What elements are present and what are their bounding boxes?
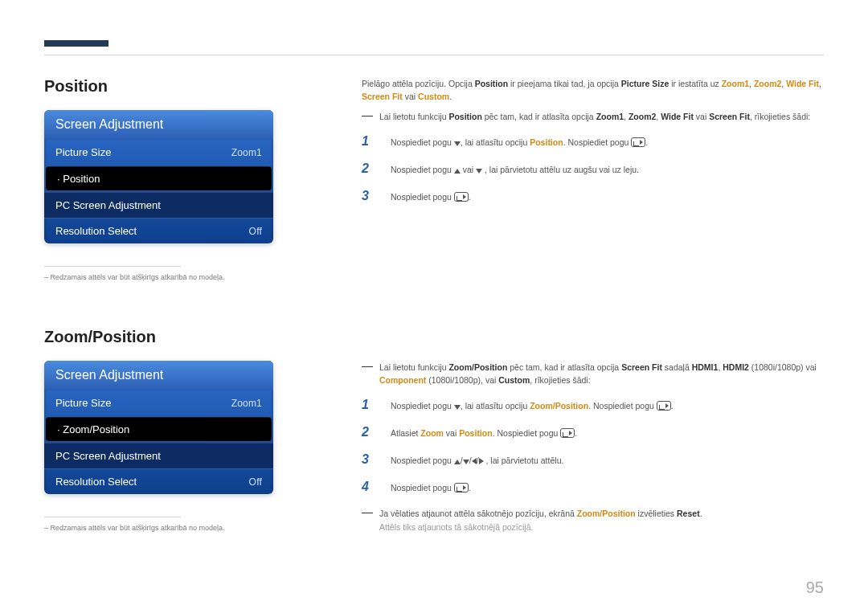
row-label: · Position <box>57 173 100 185</box>
menu-row-resolution[interactable]: Resolution Select Off <box>44 218 273 243</box>
text: sadaļā <box>662 362 692 372</box>
row-label: · Zoom/Position <box>57 423 129 435</box>
row-value: Off <box>249 476 262 488</box>
text: . <box>575 428 577 438</box>
text: Atlasiet <box>391 428 420 438</box>
enter-icon <box>454 192 469 202</box>
step-number: 1 <box>362 398 373 412</box>
row-label: Picture Size <box>55 146 111 158</box>
heading-position: Position <box>44 77 317 96</box>
step-number: 3 <box>362 189 373 203</box>
kw-position: Position <box>530 137 563 147</box>
down-icon <box>476 169 482 174</box>
row-label: Resolution Select <box>55 476 137 488</box>
text: , lai atlasītu opciju <box>461 137 530 147</box>
text: . <box>700 509 702 518</box>
kw-custom: Custom <box>418 92 449 101</box>
text: Nospiediet pogu <box>391 401 454 411</box>
reset-note: Ja vēlaties atjaunot attēla sākotnējo po… <box>362 507 824 533</box>
zoom-right-block: Lai lietotu funkciju Zoom/Position pēc t… <box>362 361 824 533</box>
step-text: Nospiediet pogu , lai atlasītu opciju Zo… <box>391 398 674 411</box>
separator <box>44 266 181 267</box>
text: (1080i/1080p), vai <box>426 375 498 385</box>
step-3: 3 Nospiediet pogu /// , lai pārvietotu a… <box>362 452 824 467</box>
menu-row-resolution[interactable]: Resolution Select Off <box>44 468 273 494</box>
header-rule <box>44 55 824 55</box>
down-icon <box>454 141 461 146</box>
enter-icon <box>631 137 645 147</box>
image-note: Redzamais attēls var būt atšķirīgs atkar… <box>44 524 317 532</box>
text: , <box>819 79 821 88</box>
kw-hdmi2: HDMI2 <box>723 362 749 372</box>
kw-position: Position <box>459 428 492 438</box>
enter-icon <box>454 483 469 492</box>
text: Nospiediet pogu <box>391 137 454 147</box>
step-number: 2 <box>362 161 373 176</box>
kw-position: Position <box>475 79 508 88</box>
separator <box>44 517 181 517</box>
step-2: 2 Atlasiet Zoom vai Position. Nospiediet… <box>362 425 824 439</box>
kw-screenfit: Screen Fit <box>362 92 403 101</box>
step-number: 2 <box>362 425 373 439</box>
menu-row-picture-size[interactable]: Picture Size Zoom1 <box>44 140 273 165</box>
text: . Nospiediet pogu <box>563 137 632 147</box>
page: Position Screen Adjustment Picture Size … <box>0 0 868 613</box>
menu-screen-adjustment-1: Screen Adjustment Picture Size Zoom1 · P… <box>44 110 273 243</box>
row-label: PC Screen Adjustment <box>55 450 161 462</box>
kw-zoom1: Zoom1 <box>722 79 749 88</box>
step-1: 1 Nospiediet pogu , lai atlasītu opciju … <box>362 134 824 149</box>
text: . Nospiediet pogu <box>588 401 657 411</box>
menu-row-picture-size[interactable]: Picture Size Zoom1 <box>44 390 273 415</box>
text: izvēlieties <box>636 509 677 518</box>
text: vai <box>461 165 476 174</box>
menu-row-pc-screen[interactable]: PC Screen Adjustment <box>44 443 273 468</box>
menu-title: Screen Adjustment <box>44 110 273 140</box>
kw-reset: Reset <box>677 509 700 518</box>
text: . <box>645 137 648 147</box>
text: . <box>469 192 471 202</box>
page-number: 95 <box>806 578 824 597</box>
step-text: Nospiediet pogu . <box>391 189 471 202</box>
kw-custom: Custom <box>498 375 530 385</box>
text: . <box>449 92 452 101</box>
kw-picture-size: Picture Size <box>621 79 669 88</box>
text: , lai atlasītu opciju <box>461 401 530 411</box>
text: , rīkojieties šādi: <box>530 375 590 385</box>
text: Nospiediet pogu <box>391 192 454 202</box>
menu-row-pc-screen[interactable]: PC Screen Adjustment <box>44 192 273 218</box>
text: Attēls tiks atjaunots tā sākotnējā pozīc… <box>379 522 533 532</box>
row-label: PC Screen Adjustment <box>55 199 161 211</box>
down-icon <box>463 460 469 464</box>
text: , lai pārvietotu attēlu uz augšu vai uz … <box>482 165 639 174</box>
menu-row-zoom-position[interactable]: · Zoom/Position <box>46 417 272 441</box>
text: ir iestatīta uz <box>669 79 721 88</box>
text: pēc tam, kad ir atlasīta opcija <box>482 112 596 121</box>
step-text: Atlasiet Zoom vai Position. Nospiediet p… <box>391 425 577 438</box>
position-intro: Pielāgo attēla pozīciju. Opcija Position… <box>362 77 824 104</box>
kw-position: Position <box>448 112 481 121</box>
row-value: Off <box>249 226 262 237</box>
position-steps: 1 Nospiediet pogu , lai atlasītu opciju … <box>362 134 824 203</box>
text: Nospiediet pogu <box>391 483 454 492</box>
menu-row-position[interactable]: · Position <box>46 166 272 190</box>
text: Ja vēlaties atjaunot attēla sākotnējo po… <box>379 509 577 518</box>
step-text: Nospiediet pogu /// , lai pārvietotu att… <box>391 452 563 465</box>
enter-icon <box>560 428 575 438</box>
text: Nospiediet pogu <box>391 456 454 465</box>
kw-zoom2: Zoom2 <box>628 112 656 121</box>
kw-hdmi1: HDMI1 <box>692 362 719 372</box>
up-icon <box>454 460 461 464</box>
position-dash-note: Lai lietotu funkciju Position pēc tam, k… <box>362 110 824 123</box>
kw-component: Component <box>379 375 426 385</box>
kw-widefit: Wide Fit <box>661 112 694 121</box>
row-label: Resolution Select <box>55 225 137 237</box>
text: Pielāgo attēla pozīciju. Opcija <box>362 79 475 88</box>
step-text: Nospiediet pogu , lai atlasītu opciju Po… <box>391 134 648 147</box>
kw-screenfit: Screen Fit <box>621 362 662 372</box>
text: . <box>469 483 471 492</box>
row-value: Zoom1 <box>231 398 262 409</box>
down-icon <box>454 405 461 410</box>
text: , lai pārvietotu attēlu. <box>484 456 564 465</box>
text: Lai lietotu funkciju <box>379 362 448 372</box>
text: pēc tam, kad ir atlasīta opcija <box>507 362 621 372</box>
